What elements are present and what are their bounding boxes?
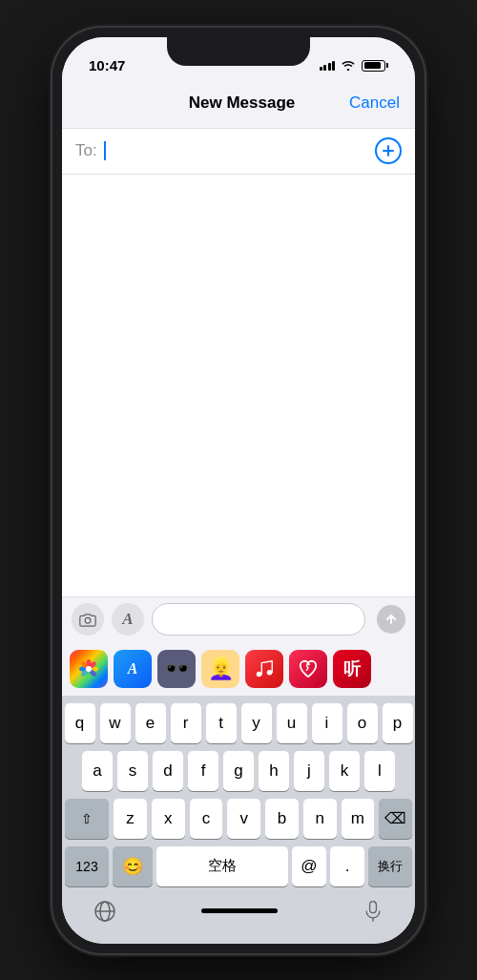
svg-point-14 — [257, 671, 262, 677]
keyboard-row-4: 123 😊 空格 @ . 换行 — [65, 846, 412, 886]
space-key[interactable]: 空格 — [156, 846, 288, 886]
key-w[interactable]: w — [100, 703, 131, 743]
key-g[interactable]: g — [223, 751, 254, 791]
key-t[interactable]: t — [206, 703, 237, 743]
key-v[interactable]: v — [227, 799, 260, 839]
to-label: To: — [75, 141, 97, 160]
shift-key[interactable]: ⇧ — [65, 799, 109, 839]
app-row: A 🕶️ 👱‍♀️ — [62, 642, 415, 696]
svg-rect-19 — [370, 901, 377, 912]
key-c[interactable]: c — [190, 799, 223, 839]
key-q[interactable]: q — [65, 703, 95, 743]
plus-icon — [382, 144, 395, 157]
key-i[interactable]: i — [312, 703, 342, 743]
app-icon-heartbreak[interactable] — [289, 650, 327, 688]
keyboard-row-3: ⇧ z x c v b n m ⌫ — [65, 799, 412, 839]
svg-point-12 — [86, 666, 92, 672]
at-key[interactable]: @ — [292, 846, 326, 886]
app-icon-listen[interactable]: 听 — [333, 650, 371, 688]
message-text-input[interactable] — [152, 603, 365, 636]
key-s[interactable]: s — [117, 751, 148, 791]
key-o[interactable]: o — [347, 703, 378, 743]
key-l[interactable]: l — [364, 751, 395, 791]
text-cursor — [104, 141, 106, 160]
battery-icon — [362, 60, 388, 72]
key-x[interactable]: x — [152, 799, 185, 839]
home-indicator — [201, 908, 278, 913]
globe-icon — [93, 900, 116, 923]
appstore-icon: A — [122, 658, 143, 679]
app-icon-memoji2[interactable]: 👱‍♀️ — [201, 650, 239, 688]
key-k[interactable]: k — [329, 751, 360, 791]
camera-button[interactable] — [72, 603, 104, 636]
keyboard: q w e r t y u i o p a s d f g h j — [62, 696, 415, 944]
svg-point-2 — [85, 617, 91, 623]
globe-button[interactable] — [93, 900, 116, 927]
page-title: New Message — [189, 94, 296, 113]
svg-point-15 — [267, 669, 273, 675]
key-b[interactable]: b — [265, 799, 299, 839]
message-toolbar: A — [62, 596, 415, 642]
signal-bars-icon — [320, 61, 336, 71]
key-a[interactable]: a — [82, 751, 113, 791]
delete-key[interactable]: ⌫ — [379, 799, 412, 839]
keyboard-bottom-bar — [65, 894, 412, 940]
wifi-icon — [341, 58, 356, 73]
recipient-input[interactable] — [103, 141, 375, 160]
key-d[interactable]: d — [153, 751, 183, 791]
notch — [167, 37, 310, 66]
key-m[interactable]: m — [342, 799, 375, 839]
message-body[interactable] — [62, 175, 415, 596]
heartbreak-icon — [298, 658, 319, 679]
mic-button[interactable] — [363, 900, 384, 927]
app-icon-memoji1[interactable]: 🕶️ — [157, 650, 196, 688]
cancel-button[interactable]: Cancel — [349, 94, 400, 113]
music-note-icon — [254, 658, 275, 679]
key-n[interactable]: n — [303, 799, 337, 839]
period-key[interactable]: . — [330, 846, 364, 886]
photos-flower-icon — [77, 657, 100, 680]
key-y[interactable]: y — [241, 703, 272, 743]
key-u[interactable]: u — [277, 703, 307, 743]
send-button[interactable] — [377, 605, 405, 634]
svg-text:A: A — [127, 659, 138, 676]
app-icon-appstore[interactable]: A — [114, 650, 152, 688]
key-f[interactable]: f — [188, 751, 218, 791]
mic-icon — [363, 900, 384, 923]
nav-bar: New Message Cancel — [62, 79, 415, 129]
key-r[interactable]: r — [171, 703, 201, 743]
appstore-toolbar-button[interactable]: A — [112, 603, 144, 636]
keyboard-row-2: a s d f g h j k l — [65, 751, 412, 791]
status-icons — [320, 58, 389, 73]
key-p[interactable]: p — [383, 703, 413, 743]
status-time: 10:47 — [89, 57, 125, 73]
emoji-key[interactable]: 😊 — [113, 846, 153, 886]
camera-icon — [79, 613, 96, 627]
key-e[interactable]: e — [135, 703, 166, 743]
key-j[interactable]: j — [294, 751, 324, 791]
key-z[interactable]: z — [114, 799, 147, 839]
to-field-container: To: — [62, 129, 415, 175]
numbers-key[interactable]: 123 — [65, 846, 109, 886]
listen-text: 听 — [343, 657, 361, 680]
key-h[interactable]: h — [259, 751, 289, 791]
phone-screen: 10:47 — [62, 37, 415, 944]
add-contact-button[interactable] — [375, 137, 402, 164]
app-icon-photos[interactable] — [70, 650, 108, 688]
app-icon-music[interactable] — [245, 650, 283, 688]
send-arrow-icon — [384, 613, 398, 626]
phone-frame: 10:47 — [52, 28, 425, 953]
return-key[interactable]: 换行 — [368, 846, 412, 886]
appstore-letter-icon: A — [122, 610, 133, 629]
keyboard-row-1: q w e r t y u i o p — [65, 703, 412, 743]
